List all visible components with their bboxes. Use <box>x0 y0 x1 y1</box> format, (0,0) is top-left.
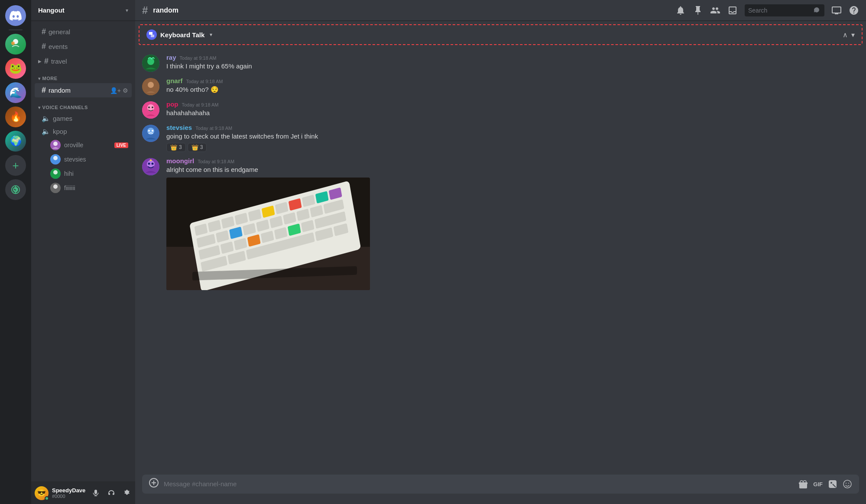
channel-header: # random <box>135 0 866 21</box>
server-icon-1[interactable] <box>5 34 26 55</box>
inbox-button[interactable] <box>727 5 738 16</box>
emoji-button[interactable] <box>843 479 852 489</box>
thread-chevron-icon[interactable]: ▾ <box>210 32 212 38</box>
channel-item-random[interactable]: # random 👤+ ⚙ <box>35 83 132 97</box>
user-settings-button[interactable] <box>120 486 134 500</box>
server-icon-5[interactable]: 🌍 <box>5 131 26 152</box>
current-user-info: SpeedyDave #0000 <box>52 487 85 499</box>
notifications-button[interactable] <box>675 5 686 16</box>
user-status-indicator <box>45 496 49 501</box>
attach-button[interactable] <box>149 478 159 490</box>
username-ray[interactable]: ray <box>166 54 176 61</box>
msg-text-pop: hahahahahaha <box>166 109 859 118</box>
help-button[interactable] <box>849 5 859 16</box>
headphones-button[interactable] <box>104 486 118 500</box>
voice-icon: 🔈 <box>42 114 50 123</box>
sticker-button[interactable] <box>828 479 837 489</box>
msg-text-stevsies: going to check out the latest switches f… <box>166 132 859 141</box>
svg-point-7 <box>53 170 58 174</box>
members-button[interactable] <box>710 5 720 16</box>
add-server-button[interactable]: + <box>5 155 26 176</box>
channel-header-hash: # <box>142 4 148 16</box>
svg-point-74 <box>846 483 847 484</box>
pin-button[interactable] <box>693 5 703 16</box>
user-controls <box>89 486 134 500</box>
reaction-emoji-1: 👑 <box>170 144 177 151</box>
timestamp-gnarf: Today at 9:18 AM <box>186 79 223 84</box>
thread-collapse-button[interactable]: ∧ <box>843 31 848 39</box>
voice-user-stevsies[interactable]: stevsies <box>35 152 132 166</box>
timestamp-pop: Today at 9:18 AM <box>182 102 219 107</box>
user-bar: 😎 SpeedyDave #0000 <box>31 481 135 504</box>
msg-header-pop: pop Today at 9:18 AM <box>166 100 859 108</box>
message-content-gnarf: gnarf Today at 9:18 AM no 40% ortho? 😌 <box>166 77 859 95</box>
more-section-label[interactable]: ▾ MORE <box>31 69 135 83</box>
svg-point-20 <box>148 130 150 132</box>
message-input[interactable]: Message #channel-name <box>164 475 793 494</box>
discord-home-button[interactable] <box>5 5 26 26</box>
voice-user-hihi[interactable]: hihi <box>35 167 132 181</box>
reaction-count-2: 3 <box>200 144 203 150</box>
username-stevsies[interactable]: stevsies <box>166 124 192 131</box>
voice-user-oroville[interactable]: oroville LIVE <box>35 138 132 152</box>
voice-user-fiiiiiii[interactable]: fiiiiiii <box>35 181 132 195</box>
svg-point-17 <box>152 107 153 108</box>
user-avatar-fiiiiiii <box>50 183 61 193</box>
hash-icon: # <box>42 27 46 36</box>
monitor-button[interactable] <box>831 5 842 16</box>
voice-channels-section[interactable]: ▾ VOICE CHANNELS <box>31 98 135 112</box>
voice-icon: 🔈 <box>42 127 50 136</box>
thread-expand-button[interactable]: ▾ <box>851 31 855 39</box>
thread-icon <box>146 29 157 40</box>
reaction-crown-2[interactable]: 👑 3 <box>188 143 207 152</box>
reaction-emoji-2: 👑 <box>191 144 198 151</box>
gift-button[interactable] <box>798 479 808 489</box>
avatar-pop <box>142 101 159 119</box>
svg-point-16 <box>148 107 150 108</box>
svg-point-26 <box>150 159 152 161</box>
svg-point-24 <box>148 162 150 165</box>
current-user-name: SpeedyDave <box>52 487 85 494</box>
reaction-count-1: 3 <box>179 144 182 150</box>
search-placeholder: Search <box>748 7 811 14</box>
channel-item-travel[interactable]: ▶ # travel <box>35 54 132 68</box>
messages-area: ray Today at 9:18 AM I think I might try… <box>135 45 866 475</box>
thread-name: Keyboard Talk <box>160 31 204 39</box>
hash-icon: # <box>42 86 46 95</box>
server-icon-3[interactable]: 🌊 <box>5 82 26 103</box>
username-moongirl[interactable]: moongirl <box>166 157 194 165</box>
username-pop[interactable]: pop <box>166 100 178 108</box>
channel-item-events[interactable]: # events <box>35 39 132 54</box>
msg-header-ray: ray Today at 9:18 AM <box>166 54 859 61</box>
msg-text-moongirl: alright come on this is endgame <box>166 165 859 174</box>
channel-sidebar: Hangout ▾ # general # events ▶ # travel … <box>31 0 135 504</box>
message-input-container: Message #channel-name GIF <box>142 475 859 494</box>
search-bar[interactable]: Search <box>745 4 824 16</box>
live-badge: LIVE <box>114 142 128 148</box>
voice-channel-kpop[interactable]: 🔈 kpop <box>35 125 132 138</box>
server-separator <box>9 29 23 30</box>
add-member-icon[interactable]: 👤+ <box>110 87 121 94</box>
avatar-moongirl <box>142 158 159 175</box>
settings-icon[interactable]: ⚙ <box>123 87 128 94</box>
thread-bar-left: Keyboard Talk ▾ <box>146 29 212 40</box>
server-name-header[interactable]: Hangout ▾ <box>31 0 135 21</box>
voice-channel-games[interactable]: 🔈 games <box>35 112 132 125</box>
header-actions: Search <box>675 4 859 16</box>
message-group-ray: ray Today at 9:18 AM I think I might try… <box>135 52 866 74</box>
discover-button[interactable] <box>5 179 26 200</box>
mic-button[interactable] <box>89 486 103 500</box>
username-gnarf[interactable]: gnarf <box>166 77 183 84</box>
main-content: # random <box>135 0 866 504</box>
thread-bar-right: ∧ ▾ <box>843 31 855 39</box>
reactions-stevsies: 👑 3 👑 3 <box>166 143 859 152</box>
avatar-gnarf <box>142 78 159 95</box>
avatar-ray <box>142 55 159 72</box>
reaction-crown-1[interactable]: 👑 3 <box>166 143 186 152</box>
channel-item-general[interactable]: # general <box>35 25 132 39</box>
gif-button[interactable]: GIF <box>813 481 823 488</box>
server-header-chevron: ▾ <box>126 7 128 13</box>
message-content-ray: ray Today at 9:18 AM I think I might try… <box>166 54 859 72</box>
server-icon-2[interactable]: 🐸 <box>5 58 26 79</box>
server-icon-4[interactable]: 🔥 <box>5 107 26 127</box>
